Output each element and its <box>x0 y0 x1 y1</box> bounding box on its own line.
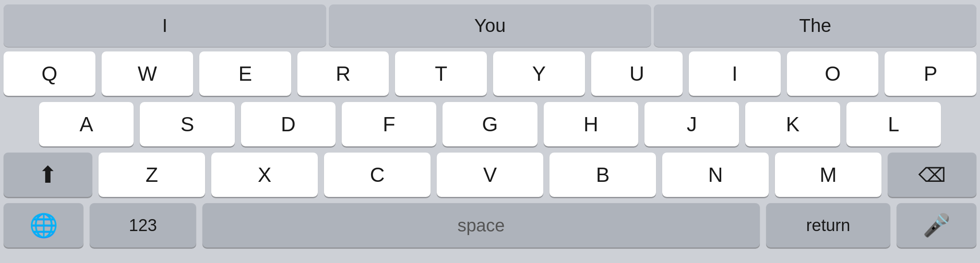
key-b[interactable]: B <box>549 153 656 197</box>
numbers-label: 123 <box>129 216 157 235</box>
predictive-bar: I You The <box>0 0 980 50</box>
delete-key[interactable]: ⌫ <box>888 153 976 197</box>
space-key[interactable]: space <box>202 203 760 247</box>
predictive-left[interactable]: I <box>4 4 326 47</box>
globe-icon: 🌐 <box>29 212 58 239</box>
key-m[interactable]: M <box>775 153 881 197</box>
predictive-center[interactable]: You <box>329 4 652 47</box>
key-y[interactable]: Y <box>493 51 585 96</box>
predictive-right[interactable]: The <box>654 4 976 47</box>
key-row-1: Q W E R T Y U I O P <box>4 51 976 96</box>
space-label: space <box>458 216 505 236</box>
key-d[interactable]: D <box>241 102 336 146</box>
key-row-bottom: 🌐 123 space return 🎤 <box>4 203 976 247</box>
key-row-3: ⬆ Z X C V B N M ⌫ <box>4 153 976 197</box>
mic-key[interactable]: 🎤 <box>897 203 976 247</box>
key-x[interactable]: X <box>211 153 318 197</box>
key-j[interactable]: J <box>644 102 739 146</box>
key-l[interactable]: L <box>846 102 941 146</box>
key-p[interactable]: P <box>885 51 976 96</box>
key-r[interactable]: R <box>297 51 389 96</box>
key-i[interactable]: I <box>689 51 781 96</box>
key-w[interactable]: W <box>102 51 194 96</box>
key-t[interactable]: T <box>395 51 487 96</box>
key-q[interactable]: Q <box>4 51 95 96</box>
key-c[interactable]: C <box>324 153 431 197</box>
key-v[interactable]: V <box>437 153 543 197</box>
key-n[interactable]: N <box>662 153 769 197</box>
return-key[interactable]: return <box>766 203 890 247</box>
shift-key[interactable]: ⬆ <box>4 153 92 197</box>
shift-icon: ⬆ <box>38 161 58 188</box>
key-f[interactable]: F <box>342 102 436 146</box>
globe-key[interactable]: 🌐 <box>4 203 83 247</box>
key-o[interactable]: O <box>787 51 879 96</box>
mic-icon: 🎤 <box>923 212 950 238</box>
key-a[interactable]: A <box>39 102 134 146</box>
key-g[interactable]: G <box>443 102 537 146</box>
key-h[interactable]: H <box>544 102 638 146</box>
delete-icon: ⌫ <box>918 164 946 186</box>
key-e[interactable]: E <box>199 51 291 96</box>
key-z[interactable]: Z <box>99 153 205 197</box>
key-k[interactable]: K <box>745 102 840 146</box>
key-s[interactable]: S <box>140 102 234 146</box>
key-u[interactable]: U <box>591 51 683 96</box>
keyboard-area: Q W E R T Y U I O P A S D F G H J K L ⬆ … <box>0 50 980 263</box>
key-row-2: A S D F G H J K L <box>4 102 976 146</box>
numbers-key[interactable]: 123 <box>90 203 196 247</box>
return-label: return <box>806 216 850 235</box>
